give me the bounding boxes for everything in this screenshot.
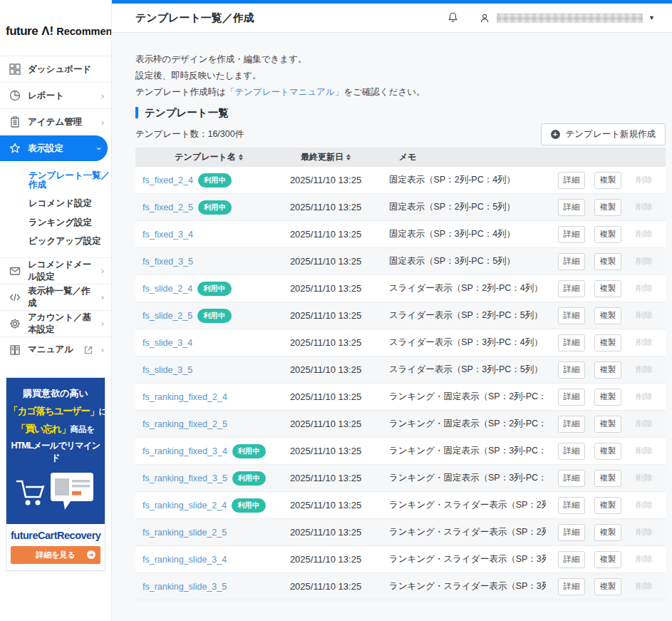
user-menu[interactable]: ▼	[478, 11, 655, 25]
template-name-cell: fs_ranking_slide_2_5	[135, 528, 282, 538]
copy-button[interactable]: 複製	[594, 226, 621, 243]
copy-button[interactable]: 複製	[594, 497, 621, 514]
sidebar-item-dashboard[interactable]: ダッシュボード	[0, 56, 111, 82]
delete-button: 削除	[631, 470, 658, 487]
ad-line2-rest: に	[99, 407, 108, 416]
notification-bell-icon[interactable]	[446, 11, 460, 25]
template-name-link[interactable]: fs_fixed_2_4	[143, 175, 193, 185]
sidebar-item-display-settings[interactable]: 表示設定 ›	[0, 135, 108, 161]
template-name-link[interactable]: fs_ranking_fixed_2_5	[143, 419, 227, 429]
column-header-updated[interactable]: 最終更新日	[282, 151, 369, 163]
copy-button[interactable]: 複製	[594, 199, 621, 216]
template-name-link[interactable]: fs_fixed_3_5	[143, 257, 193, 267]
copy-button[interactable]: 複製	[594, 334, 621, 351]
template-name-link[interactable]: fs_ranking_slide_3_4	[143, 555, 227, 565]
detail-button[interactable]: 詳細	[558, 389, 585, 406]
template-name-cell: fs_ranking_slide_3_5	[135, 582, 282, 592]
brand-logo[interactable]: future Λ! Recommend ＋	[0, 0, 111, 56]
copy-button[interactable]: 複製	[594, 470, 621, 487]
sidebar-item-report[interactable]: レポート ›	[0, 82, 111, 108]
detail-button[interactable]: 詳細	[558, 443, 585, 460]
template-name-link[interactable]: fs_ranking_fixed_3_5	[143, 473, 227, 483]
detail-button[interactable]: 詳細	[558, 578, 585, 595]
sidebar-item-recommend-mail[interactable]: レコメンドメール設定 ›	[0, 257, 111, 284]
copy-button[interactable]: 複製	[594, 307, 621, 324]
detail-button[interactable]: 詳細	[558, 470, 585, 487]
detail-button[interactable]: 詳細	[558, 253, 585, 270]
copy-button[interactable]: 複製	[594, 253, 621, 270]
table-header-row: テンプレート名 最終更新日 メモ	[135, 148, 666, 167]
template-name-cell: fs_fixed_3_4	[135, 230, 282, 240]
delete-button: 削除	[631, 307, 658, 324]
updated-at: 2025/11/10 13:25	[282, 283, 369, 294]
copy-button[interactable]: 複製	[594, 551, 621, 568]
copy-button[interactable]: 複製	[594, 361, 621, 379]
table-row: fs_ranking_slide_3_4 2025/11/10 13:25 ラン…	[135, 546, 666, 573]
submenu-item-pickup-settings[interactable]: ピックアップ設定	[29, 237, 111, 246]
detail-button[interactable]: 詳細	[558, 524, 585, 541]
copy-button[interactable]: 複製	[594, 416, 621, 433]
template-name-link[interactable]: fs_ranking_slide_2_4	[143, 501, 227, 510]
description-suffix: をご確認ください。	[343, 87, 425, 97]
detail-button[interactable]: 詳細	[558, 361, 585, 379]
submenu-item-template-list[interactable]: テンプレート一覧／作成	[29, 171, 111, 189]
memo: ランキング・固定表示（SP：3列-PC：5…	[369, 472, 546, 484]
mail-icon	[9, 265, 21, 277]
detail-button[interactable]: 詳細	[558, 307, 585, 324]
copy-button[interactable]: 複製	[594, 280, 621, 297]
template-name-link[interactable]: fs_slide_3_4	[143, 338, 192, 348]
template-name-link[interactable]: fs_ranking_slide_3_5	[143, 582, 227, 592]
sidebar: future Λ! Recommend ＋ ダッシュボード	[0, 0, 112, 621]
updated-at: 2025/11/10 13:25	[282, 527, 369, 538]
row-actions: 詳細 複製 削除	[546, 497, 666, 514]
template-name-link[interactable]: fs_slide_2_4	[143, 284, 192, 294]
detail-button[interactable]: 詳細	[558, 551, 585, 568]
delete-button: 削除	[631, 389, 658, 406]
copy-button[interactable]: 複製	[594, 443, 621, 460]
detail-button[interactable]: 詳細	[558, 226, 585, 243]
description-line: テンプレート作成時は「テンプレートマニュアル」をご確認ください。	[135, 86, 666, 99]
delete-button: 削除	[631, 199, 658, 216]
template-name-link[interactable]: fs_fixed_2_5	[143, 202, 193, 212]
detail-button[interactable]: 詳細	[558, 416, 585, 433]
template-name-link[interactable]: fs_slide_3_5	[143, 365, 192, 375]
arrow-right-icon: ➜	[87, 550, 95, 559]
sidebar-item-account-settings[interactable]: アカウント／基本設定 ›	[0, 310, 111, 337]
template-name-link[interactable]: fs_fixed_3_4	[143, 230, 193, 240]
cart-recovery-ad-banner[interactable]: 購買意欲の高い 「カゴ落ちユーザー」に 「買い忘れ」商品を HTMLメールでリマ…	[6, 377, 105, 571]
copy-button[interactable]: 複製	[594, 524, 621, 541]
section-accent-bar	[135, 107, 138, 118]
column-header-name[interactable]: テンプレート名	[135, 151, 282, 163]
sidebar-item-frame-list[interactable]: 表示枠一覧／作成 ›	[0, 284, 111, 310]
updated-at: 2025/11/10 13:25	[282, 229, 369, 240]
sort-icon	[239, 154, 243, 160]
copy-button[interactable]: 複製	[594, 389, 621, 406]
chevron-right-icon: ›	[101, 118, 104, 127]
sidebar-item-manual[interactable]: マニュアル ›	[0, 337, 111, 363]
memo: ランキング・固定表示（SP：2列-PC：5…	[369, 418, 546, 430]
detail-button[interactable]: 詳細	[558, 334, 585, 351]
copy-button[interactable]: 複製	[594, 578, 621, 595]
submenu-item-recommend-settings[interactable]: レコメンド設定	[29, 199, 111, 208]
create-template-button[interactable]: + テンプレート新規作成	[541, 123, 666, 145]
copy-button[interactable]: 複製	[594, 172, 621, 189]
page-header: テンプレート一覧／作成 ▼	[112, 4, 672, 33]
memo: スライダー表示（SP：2列-PC：4列）	[369, 282, 546, 294]
template-name-link[interactable]: fs_slide_2_5	[143, 311, 192, 321]
row-actions: 詳細 複製 削除	[546, 443, 666, 460]
detail-button[interactable]: 詳細	[558, 172, 585, 189]
detail-button[interactable]: 詳細	[558, 199, 585, 216]
gear-icon	[9, 318, 21, 329]
template-name-link[interactable]: fs_ranking_fixed_2_4	[143, 392, 227, 402]
template-manual-link[interactable]: 「テンプレートマニュアル」	[226, 87, 343, 97]
sidebar-item-item-management[interactable]: アイテム管理 ›	[0, 108, 111, 135]
submenu-item-ranking-settings[interactable]: ランキング設定	[29, 218, 111, 227]
row-actions: 詳細 複製 削除	[546, 361, 666, 379]
updated-at: 2025/11/10 13:25	[282, 256, 369, 267]
section-heading: テンプレート一覧	[135, 106, 666, 119]
ad-cta-button[interactable]: 詳細を見る ➜	[11, 546, 100, 564]
template-name-link[interactable]: fs_ranking_slide_2_5	[143, 528, 227, 538]
detail-button[interactable]: 詳細	[558, 497, 585, 514]
template-name-link[interactable]: fs_ranking_fixed_3_4	[143, 446, 227, 456]
detail-button[interactable]: 詳細	[558, 280, 585, 297]
